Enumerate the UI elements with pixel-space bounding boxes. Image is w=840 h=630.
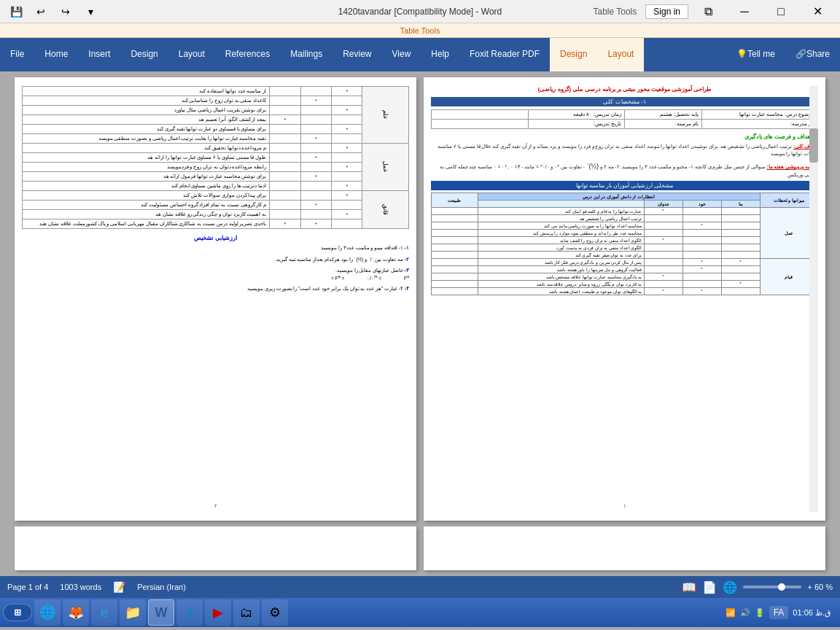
page-number-right: ۱: [623, 503, 626, 509]
tab-help[interactable]: Help: [421, 38, 459, 71]
redo-button[interactable]: ↪: [55, 1, 76, 22]
tab-view[interactable]: View: [382, 38, 421, 71]
activities-text: برنامه وروپیشی هفته ما: سوالی از جنس مثل…: [431, 160, 818, 179]
minimize-button[interactable]: ─: [728, 0, 761, 23]
taskbar-telegram-icon[interactable]: ✈: [176, 599, 203, 626]
tab-table-layout[interactable]: Layout: [597, 38, 644, 71]
scroll-thumb[interactable]: [809, 128, 818, 163]
taskbar-media-icon[interactable]: ▶: [205, 599, 231, 626]
zoom-level: + 60 %: [807, 583, 833, 591]
tab-layout[interactable]: Layout: [168, 38, 215, 71]
tab-table-design[interactable]: Design: [550, 38, 597, 71]
taskbar: ⊞ 🌐 🦊 e 📁 W ✈ ▶ 🗂 ⚙ 📶 🔊 🔋 FA 01:06 ق.ظ: [0, 598, 840, 627]
taskbar-settings-icon[interactable]: ⚙: [262, 599, 288, 626]
tell-me[interactable]: 💡 Tell me: [726, 38, 785, 71]
tab-references[interactable]: References: [215, 38, 280, 71]
undo-button[interactable]: ↩: [31, 1, 51, 22]
language: Persian (Iran): [137, 583, 186, 591]
section1-header: ۱- مشخصات کلی: [431, 97, 818, 106]
page-number-left: ۲: [214, 503, 217, 509]
page-info: Page 1 of 4: [7, 583, 48, 591]
info-table: موضوع درس: محاسبه عبارت توانها پایه تحصی…: [431, 109, 818, 129]
save-button[interactable]: 💾: [6, 1, 26, 22]
page-right-title: طراحی آموزشی موقعیت محور مبتنی بر برنامه…: [431, 86, 818, 93]
taskbar-word-icon[interactable]: W: [148, 599, 174, 626]
proofing-icon[interactable]: 📝: [113, 581, 125, 593]
volume-icon: 🔊: [740, 608, 750, 618]
network-icon: 📶: [726, 608, 736, 618]
tab-mailings[interactable]: Mailings: [280, 38, 332, 71]
customize-button[interactable]: ▾: [80, 1, 101, 22]
document-area: علم * از مناسبه عدد توانها استفاده کند *…: [0, 71, 840, 576]
taskbar-explorer-icon[interactable]: 📁: [120, 599, 146, 626]
system-tray: 📶 🔊 🔋 FA 01:06 ق.ظ: [720, 606, 837, 619]
battery-icon: 🔋: [755, 608, 765, 618]
page-left: علم * از مناسبه عدد توانها استفاده کند *…: [15, 77, 416, 521]
taskbar-firefox-icon[interactable]: 🦊: [63, 599, 89, 626]
practice-item-2: ۲- مه تفاوت بین ۰/۰ و (½)۰ را بود هرکدام…: [22, 255, 409, 263]
practice-item-4: ۴- ۴- عبارت "هر عدد به توان یک برابر خود…: [22, 286, 409, 292]
close-button[interactable]: ✕: [801, 0, 834, 23]
page-bottom-right: [424, 526, 825, 570]
tab-design[interactable]: Design: [120, 38, 168, 71]
taskbar-chrome-icon[interactable]: 🌐: [34, 599, 61, 626]
language-indicator[interactable]: FA: [769, 606, 789, 619]
title-bar: 💾 ↩ ↪ ▾ 1420tavandar [Compatibility Mode…: [0, 0, 840, 23]
status-bar: Page 1 of 4 1003 words 📝 Persian (Iran) …: [0, 576, 840, 598]
ribbon: File Home Insert Design Layout Reference…: [0, 38, 840, 71]
table-tools-label: Table Tools: [593, 7, 637, 17]
pages-row-bottom: [15, 526, 825, 570]
tab-foxit[interactable]: Foxit Reader PDF: [459, 38, 550, 71]
status-left: Page 1 of 4 1003 words 📝 Persian (Iran): [7, 581, 186, 593]
window-controls: Table Tools Sign in ⧉ ─ □ ✕: [593, 0, 834, 23]
zoom-slider[interactable]: [743, 586, 801, 588]
practice-item-3: ۳- حاصل عبارتهای مقابل را بنویسید. Fa = …: [22, 268, 409, 281]
section3-header: مشخلی ارزشیابی آموزان بار مناسبه توانها: [431, 181, 818, 190]
table-tools-bar: Table Tools: [0, 23, 840, 38]
sign-in-button[interactable]: Sign in: [645, 4, 688, 19]
goals-text: اهداف کلی: ترتیب اعمال ریاضی را تشقیص هد…: [431, 143, 818, 158]
taskbar-files-icon[interactable]: 🗂: [233, 599, 260, 626]
practice-item-1: ۱- ۱- اقدافه مینو و مکمب عدد۳ را بنویسید: [22, 245, 409, 251]
pages-row: علم * از مناسبه عدد توانها استفاده کند *…: [15, 77, 825, 521]
status-right: 📖 📄 🌐 + 60 %: [682, 580, 833, 594]
page-bottom-left: [15, 526, 416, 570]
taskbar-ie-icon[interactable]: e: [91, 599, 117, 626]
restore-button[interactable]: ⧉: [691, 0, 725, 23]
word-count: 1003 words: [60, 583, 101, 591]
zoom-thumb: [778, 583, 785, 591]
share-button[interactable]: 🔗 Share: [785, 38, 840, 71]
page-right: طراحی آموزشی موقعیت محور مبتنی بر برنامه…: [424, 77, 825, 521]
view-web-icon[interactable]: 🌐: [723, 580, 737, 594]
maximize-button[interactable]: □: [764, 0, 798, 23]
title-bar-left: 💾 ↩ ↪ ▾: [6, 1, 101, 22]
section2-header: ۲- اهداف و فرصت های یادگیری: [431, 133, 818, 140]
tab-insert[interactable]: Insert: [78, 38, 120, 71]
exercise-table: علم * از مناسبه عدد توانها استفاده کند *…: [22, 86, 409, 229]
assessment-table: میزانها و لحظات انتظارات از دانش آموزان …: [431, 192, 818, 295]
app-title: 1420tavandar [Compatibility Mode] - Word: [338, 7, 502, 17]
start-button[interactable]: ⊞: [3, 604, 32, 621]
tab-home[interactable]: Home: [34, 38, 78, 71]
practice-title: ارزشیابی تشخیص: [22, 235, 409, 241]
view-print-icon[interactable]: 📄: [702, 580, 717, 594]
tab-file[interactable]: File: [0, 38, 34, 71]
scrollbar[interactable]: [809, 86, 818, 512]
tab-review[interactable]: Review: [332, 38, 381, 71]
practice-section: ارزشیابی تشخیص ۱- ۱- اقدافه مینو و مکمب …: [22, 235, 409, 292]
system-clock: 01:06 ق.ظ: [793, 608, 831, 618]
view-read-icon[interactable]: 📖: [682, 580, 696, 594]
